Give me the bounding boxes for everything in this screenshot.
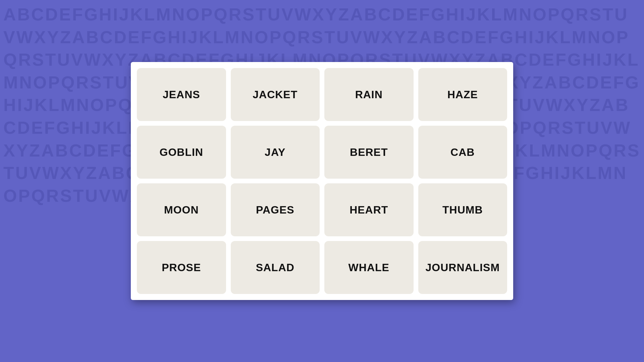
word-card[interactable]: WHALE [324,241,414,294]
word-label: HEART [350,204,388,216]
word-card[interactable]: PAGES [231,183,320,236]
word-card[interactable]: JACKET [231,68,320,121]
word-label: RAIN [355,88,383,101]
word-card[interactable]: JAY [231,126,320,179]
word-card[interactable]: RAIN [324,68,414,121]
word-card[interactable]: SALAD [231,241,320,294]
word-label: SALAD [256,261,294,274]
word-label: CAB [450,146,475,159]
word-card[interactable]: GOBLIN [137,126,226,179]
word-grid: JEANSJACKETRAINHAZEGOBLINJAYBERETCABMOON… [137,68,507,294]
word-card[interactable]: HAZE [418,68,507,121]
word-label: PAGES [256,204,294,216]
word-label: WHALE [348,261,389,274]
word-label: PROSE [162,261,201,274]
word-card[interactable]: JOURNALISM [418,241,507,294]
word-card[interactable]: CAB [418,126,507,179]
word-label: JEANS [163,88,200,101]
word-label: JACKET [253,88,298,101]
word-card[interactable]: BERET [324,126,414,179]
word-label: JAY [265,146,285,159]
word-card[interactable]: MOON [137,183,226,236]
card-panel: JEANSJACKETRAINHAZEGOBLINJAYBERETCABMOON… [131,62,513,300]
word-label: GOBLIN [160,146,203,159]
word-label: BERET [350,146,388,159]
word-card[interactable]: THUMB [418,183,507,236]
word-label: HAZE [447,88,478,101]
word-label: JOURNALISM [425,261,500,274]
word-card[interactable]: HEART [324,183,414,236]
word-card[interactable]: JEANS [137,68,226,121]
word-label: THUMB [442,204,483,216]
word-label: MOON [164,204,199,216]
word-card[interactable]: PROSE [137,241,226,294]
